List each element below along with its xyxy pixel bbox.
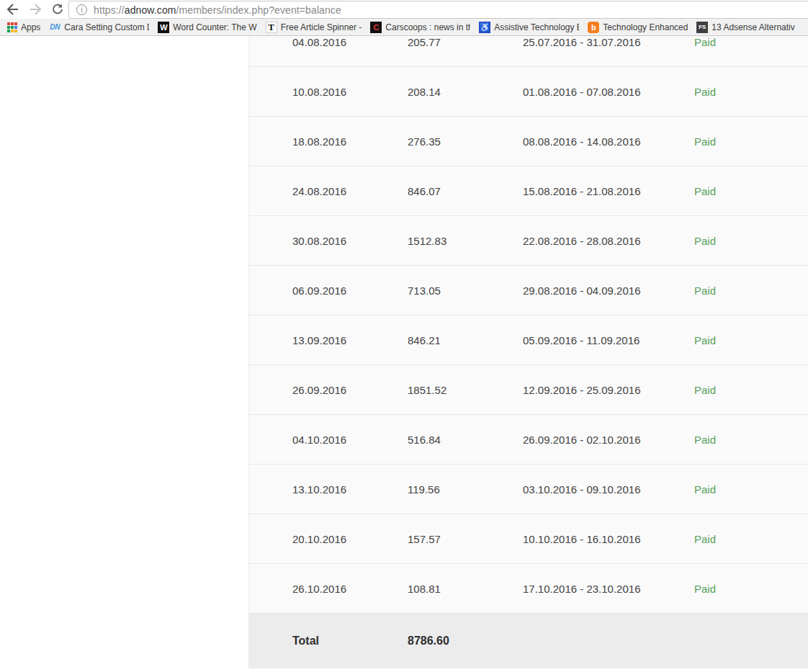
page-content: 04.08.2016 205.77 25.07.2016 - 31.07.201…	[0, 36, 808, 671]
bookmark-item[interactable]: C Carscoops : news in th	[370, 22, 470, 33]
payment-amount: 208.14	[408, 86, 523, 98]
url-domain: adnow.com	[125, 4, 176, 16]
payment-amount: 1851.52	[408, 384, 523, 396]
payment-amount: 119.56	[408, 483, 523, 496]
payment-row: 13.10.2016 119.56 03.10.2016 - 09.10.201…	[249, 465, 808, 514]
payment-date: 24.08.2016	[249, 185, 408, 197]
url-scheme: https://	[94, 4, 125, 16]
payment-row: 20.10.2016 157.57 10.10.2016 - 16.10.201…	[249, 514, 808, 564]
balance-table: 04.08.2016 205.77 25.07.2016 - 31.07.201…	[248, 36, 808, 668]
payment-status-paid: Paid	[694, 483, 808, 496]
bookmark-item[interactable]: b Technology Enhanced	[588, 22, 688, 33]
payment-amount: 846.21	[408, 334, 523, 346]
payment-status-paid: Paid	[694, 185, 808, 197]
apps-label: Apps	[21, 22, 40, 32]
payment-period: 17.10.2016 - 23.10.2016	[523, 583, 694, 595]
payment-row: 24.08.2016 846.07 15.08.2016 - 21.08.201…	[249, 166, 808, 216]
payment-status-paid: Paid	[694, 583, 808, 595]
payment-period: 01.08.2016 - 07.08.2016	[523, 86, 694, 98]
table-rows: 04.08.2016 205.77 25.07.2016 - 31.07.201…	[249, 36, 808, 614]
payment-status-paid: Paid	[694, 235, 808, 247]
payment-row: 30.08.2016 1512.83 22.08.2016 - 28.08.20…	[249, 216, 808, 266]
apps-shortcut[interactable]: Apps	[7, 22, 40, 32]
dn-favicon: DN	[49, 22, 60, 33]
payment-date: 06.09.2016	[249, 285, 408, 297]
payment-period: 29.08.2016 - 04.09.2016	[523, 285, 694, 297]
payment-row: 26.09.2016 1851.52 12.09.2016 - 25.09.20…	[249, 365, 808, 415]
payment-amount: 108.81	[408, 583, 523, 595]
total-amount: 8786.60	[408, 635, 523, 648]
payment-date: 13.09.2016	[249, 334, 408, 346]
payment-period: 10.10.2016 - 16.10.2016	[523, 533, 694, 545]
payment-date: 20.10.2016	[249, 533, 408, 545]
payment-status-paid: Paid	[694, 135, 808, 148]
bookmark-item[interactable]: ♿ Assistive Technology E	[479, 22, 579, 33]
payment-row: 26.10.2016 108.81 17.10.2016 - 23.10.201…	[249, 564, 808, 614]
reload-icon	[51, 3, 64, 16]
assistive-technology-favicon: ♿	[479, 22, 490, 33]
fs-favicon: FS	[696, 22, 708, 33]
payment-period: 25.07.2016 - 31.07.2016	[523, 36, 694, 48]
payment-amount: 516.84	[408, 434, 523, 446]
back-icon	[6, 3, 20, 16]
bookmark-item[interactable]: DN Cara Setting Custom D	[49, 22, 149, 33]
payment-row: 18.08.2016 276.35 08.08.2016 - 14.08.201…	[249, 117, 808, 166]
payment-row: 13.09.2016 846.21 05.09.2016 - 11.09.201…	[249, 315, 808, 365]
payment-period: 22.08.2016 - 28.08.2016	[523, 235, 694, 247]
payment-amount: 846.07	[408, 185, 523, 197]
apps-grid-icon	[7, 22, 17, 32]
payment-date: 10.08.2016	[249, 86, 408, 98]
payment-date: 26.09.2016	[249, 384, 408, 396]
word-counter-favicon: W	[158, 22, 169, 33]
forward-button[interactable]	[27, 1, 44, 18]
url-text: https://adnow.com/members/index.php?even…	[94, 4, 341, 16]
reload-button[interactable]	[49, 1, 66, 18]
total-label: Total	[249, 635, 408, 648]
address-bar[interactable]: i https://adnow.com/members/index.php?ev…	[68, 1, 808, 19]
payment-amount: 713.05	[408, 285, 523, 297]
payment-date: 04.08.2016	[249, 36, 408, 48]
payment-amount: 1512.83	[408, 235, 523, 247]
payment-period: 12.09.2016 - 25.09.2016	[523, 384, 694, 396]
total-row: Total 8786.60	[249, 614, 808, 668]
back-button[interactable]	[4, 1, 22, 18]
payment-status-paid: Paid	[694, 36, 808, 48]
payment-row: 10.08.2016 208.14 01.08.2016 - 07.08.201…	[249, 67, 808, 117]
payment-status-paid: Paid	[694, 533, 808, 545]
payment-period: 08.08.2016 - 14.08.2016	[523, 135, 694, 148]
payment-status-paid: Paid	[694, 285, 808, 297]
payment-period: 03.10.2016 - 09.10.2016	[523, 483, 694, 496]
bookmark-item[interactable]: T Free Article Spinner -	[266, 22, 362, 33]
payment-amount: 276.35	[408, 135, 523, 148]
bookmark-item[interactable]: W Word Counter: The W	[158, 22, 256, 33]
payment-period: 05.09.2016 - 11.09.2016	[523, 334, 694, 346]
payment-period: 26.09.2016 - 02.10.2016	[523, 434, 694, 446]
payment-date: 13.10.2016	[249, 483, 408, 496]
page-info-icon[interactable]: i	[76, 4, 87, 15]
article-spinner-favicon: T	[266, 22, 277, 33]
payment-period: 15.08.2016 - 21.08.2016	[523, 185, 694, 197]
carscoops-favicon: C	[370, 22, 382, 33]
payment-date: 30.08.2016	[249, 235, 408, 247]
payment-status-paid: Paid	[694, 434, 808, 446]
blogger-favicon: b	[588, 22, 599, 33]
payment-status-paid: Paid	[694, 86, 808, 98]
payment-row: 04.10.2016 516.84 26.09.2016 - 02.10.201…	[249, 415, 808, 465]
payment-amount: 157.57	[408, 533, 523, 545]
payment-date: 04.10.2016	[249, 434, 408, 446]
bookmarks-bar: Apps DN Cara Setting Custom D W Word Cou…	[0, 19, 808, 36]
payment-row: 06.09.2016 713.05 29.08.2016 - 04.09.201…	[249, 266, 808, 315]
nav-buttons	[4, 0, 66, 19]
payment-date: 18.08.2016	[249, 135, 408, 148]
browser-toolbar: i https://adnow.com/members/index.php?ev…	[0, 0, 808, 19]
payment-date: 26.10.2016	[249, 583, 408, 595]
payment-status-paid: Paid	[694, 334, 808, 346]
payment-row: 04.08.2016 205.77 25.07.2016 - 31.07.201…	[249, 36, 808, 67]
payment-amount: 205.77	[408, 36, 523, 48]
url-path: /members/index.php?event=balance	[176, 4, 341, 16]
forward-icon	[28, 3, 42, 16]
payment-status-paid: Paid	[694, 384, 808, 396]
bookmark-item[interactable]: FS 13 Adsense Alternativ	[696, 22, 794, 33]
